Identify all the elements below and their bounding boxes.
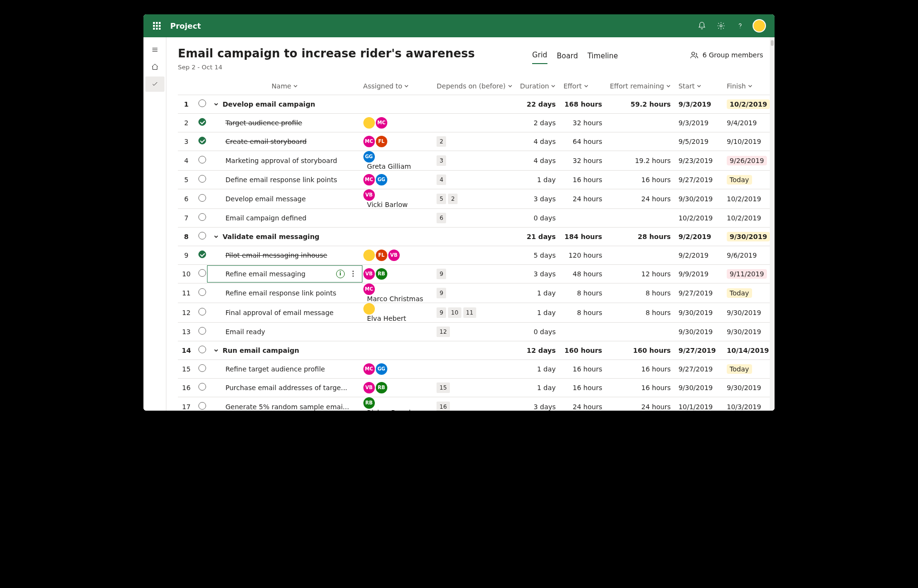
finish-cell[interactable]: 10/3/2019 <box>723 397 775 411</box>
task-name[interactable]: Purchase email addresses of targe... <box>214 384 347 392</box>
assigned-cell[interactable]: MCMarco Christmas <box>360 283 433 303</box>
hamburger-icon[interactable] <box>145 42 164 57</box>
remaining-cell[interactable] <box>606 322 674 341</box>
dependency-chip[interactable]: 6 <box>437 213 446 223</box>
remaining-cell[interactable]: 12 hours <box>606 264 674 283</box>
task-row[interactable]: 8Validate email messaging21 days184 hour… <box>178 227 775 246</box>
finish-cell[interactable]: 9/30/2019 <box>723 378 775 397</box>
start-cell[interactable]: 10/2/2019 <box>675 208 723 227</box>
assigned-cell[interactable]: VBVicki Barlow <box>360 189 433 208</box>
tab-board[interactable]: Board <box>557 52 578 64</box>
start-cell[interactable]: 9/30/2019 <box>675 189 723 208</box>
remaining-cell[interactable]: 8 hours <box>606 303 674 322</box>
task-row[interactable]: 17Generate 5% random sample emai...RBRic… <box>178 397 775 411</box>
effort-cell[interactable] <box>559 208 606 227</box>
tab-grid[interactable]: Grid <box>532 51 547 64</box>
duration-cell[interactable]: 1 day <box>516 170 560 189</box>
finish-cell[interactable]: 10/2/2019 <box>723 208 775 227</box>
duration-cell[interactable]: 21 days <box>516 227 560 246</box>
finish-cell[interactable]: Today <box>723 359 775 378</box>
duration-cell[interactable]: 3 days <box>516 397 560 411</box>
task-complete-toggle[interactable] <box>198 346 206 353</box>
duration-cell[interactable]: 12 days <box>516 341 560 359</box>
duration-cell[interactable]: 22 days <box>516 95 560 113</box>
finish-cell[interactable]: 9/26/2019 <box>723 151 775 170</box>
task-name[interactable]: Refine email response link points <box>214 289 336 297</box>
task-row[interactable]: 12Final approval of email messageElva He… <box>178 303 775 322</box>
effort-cell[interactable]: 64 hours <box>559 132 606 151</box>
group-members-button[interactable]: 6 Group members <box>690 47 763 59</box>
duration-cell[interactable]: 3 days <box>516 189 560 208</box>
task-row[interactable]: 7Email campaign defined60 days10/2/20191… <box>178 208 775 227</box>
finish-cell[interactable]: 9/6/2019 <box>723 246 775 264</box>
dependency-chip[interactable]: 5 <box>437 194 446 204</box>
col-remaining[interactable]: Effort remaining <box>606 79 674 95</box>
task-complete-toggle[interactable] <box>198 250 206 258</box>
dependency-chip[interactable]: 2 <box>437 136 446 147</box>
remaining-cell[interactable]: 24 hours <box>606 397 674 411</box>
assigned-cell[interactable]: MCGG <box>360 359 433 378</box>
task-complete-toggle[interactable] <box>198 383 206 391</box>
remaining-cell[interactable]: 19.2 hours <box>606 151 674 170</box>
start-cell[interactable]: 10/1/2019 <box>675 397 723 411</box>
col-duration[interactable]: Duration <box>516 79 560 95</box>
duration-cell[interactable]: 1 day <box>516 378 560 397</box>
task-complete-toggle[interactable] <box>198 327 206 335</box>
remaining-cell[interactable] <box>606 113 674 132</box>
assigned-cell[interactable] <box>360 95 433 113</box>
effort-cell[interactable]: 160 hours <box>559 341 606 359</box>
start-cell[interactable]: 9/30/2019 <box>675 322 723 341</box>
task-name[interactable]: Refine target audience profile <box>214 365 325 373</box>
task-name[interactable]: Final approval of email message <box>214 309 333 316</box>
start-cell[interactable]: 9/3/2019 <box>675 113 723 132</box>
task-row[interactable]: 14Run email campaign12 days160 hours160 … <box>178 341 775 359</box>
duration-cell[interactable]: 1 day <box>516 303 560 322</box>
assigned-cell[interactable] <box>360 341 433 359</box>
finish-cell[interactable]: 9/30/2019 <box>723 303 775 322</box>
effort-cell[interactable]: 8 hours <box>559 283 606 303</box>
start-cell[interactable]: 9/27/2019 <box>675 170 723 189</box>
col-finish[interactable]: Finish <box>723 79 775 95</box>
task-name[interactable]: Marketing approval of storyboard <box>214 157 337 164</box>
task-row[interactable]: 3Create email storyboardMCFL24 days64 ho… <box>178 132 775 151</box>
effort-cell[interactable]: 16 hours <box>559 359 606 378</box>
task-complete-toggle[interactable] <box>198 402 206 410</box>
dependency-chip[interactable]: 2 <box>448 194 458 204</box>
task-name[interactable]: Validate email messaging <box>222 233 319 240</box>
duration-cell[interactable]: 0 days <box>516 208 560 227</box>
task-row[interactable]: 15Refine target audience profileMCGG1 da… <box>178 359 775 378</box>
task-row[interactable]: 9Pilot email messaging inhouseFLVB5 days… <box>178 246 775 264</box>
effort-cell[interactable]: 184 hours <box>559 227 606 246</box>
finish-cell[interactable]: 10/14/2019 <box>723 341 775 359</box>
duration-cell[interactable]: 5 days <box>516 246 560 264</box>
col-depends[interactable]: Depends on (before) <box>433 79 516 95</box>
col-effort[interactable]: Effort <box>559 79 606 95</box>
start-cell[interactable]: 9/30/2019 <box>675 303 723 322</box>
assigned-cell[interactable] <box>360 227 433 246</box>
task-complete-toggle[interactable] <box>198 364 206 372</box>
start-cell[interactable]: 9/27/2019 <box>675 359 723 378</box>
finish-cell[interactable]: 9/10/2019 <box>723 132 775 151</box>
finish-cell[interactable]: 9/11/2019 <box>723 264 775 283</box>
task-name[interactable]: Email campaign defined <box>214 214 306 222</box>
user-avatar[interactable] <box>750 16 769 35</box>
remaining-cell[interactable]: 160 hours <box>606 341 674 359</box>
task-row[interactable]: 1Develop email campaign22 days168 hours5… <box>178 95 775 113</box>
task-name[interactable]: Develop email campaign <box>222 100 315 108</box>
effort-cell[interactable]: 24 hours <box>559 397 606 411</box>
task-complete-toggle[interactable] <box>198 99 206 107</box>
col-assigned[interactable]: Assigned to <box>360 79 433 95</box>
assigned-cell[interactable]: FLVB <box>360 246 433 264</box>
duration-cell[interactable]: 4 days <box>516 132 560 151</box>
remaining-cell[interactable]: 28 hours <box>606 227 674 246</box>
dependency-chip[interactable]: 4 <box>437 174 446 185</box>
duration-cell[interactable]: 0 days <box>516 322 560 341</box>
task-row[interactable]: 10Refine email messagingiVBRB93 days48 h… <box>178 264 775 283</box>
collapse-chevron-icon[interactable] <box>214 100 220 108</box>
task-complete-toggle[interactable] <box>198 232 206 240</box>
task-row[interactable]: 5Define email response link pointsMCGG41… <box>178 170 775 189</box>
dependency-chip[interactable]: 16 <box>437 402 449 411</box>
collapse-chevron-icon[interactable] <box>214 347 220 354</box>
task-name[interactable]: Run email campaign <box>222 347 299 354</box>
task-row[interactable]: 4Marketing approval of storyboardGGGreta… <box>178 151 775 170</box>
